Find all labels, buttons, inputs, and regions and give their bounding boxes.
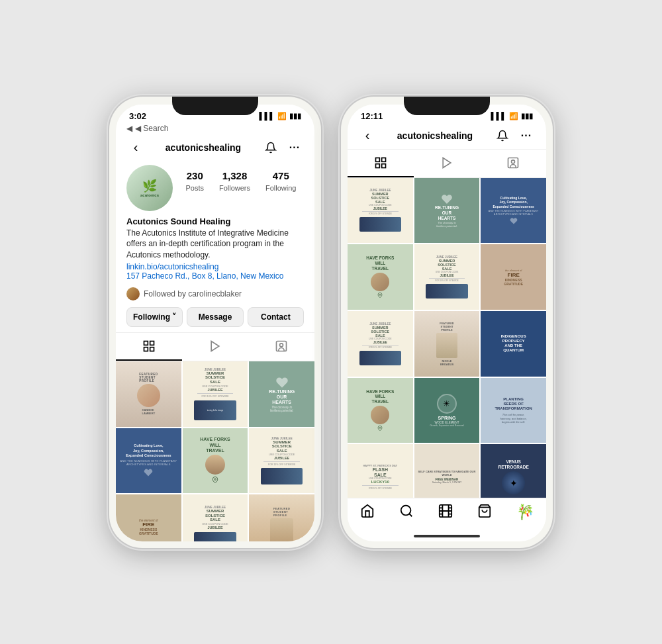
grid-cell-2-2[interactable]: RE-TUNINGOURHEARTS The doorway tolimitle… — [414, 178, 480, 244]
bottom-nav-2: 🎋 — [348, 498, 546, 532]
grid-cell-9[interactable]: FEATUREDSTUDENTPROFILE — [249, 494, 314, 541]
nav-search-2[interactable] — [399, 504, 414, 522]
more-btn-1[interactable]: ··· — [285, 138, 304, 157]
following-btn[interactable]: Following ˅ — [126, 307, 183, 327]
svg-point-20 — [379, 427, 381, 428]
grid-cell-2-7[interactable]: JUNE JUBILEE SUMMERSOLSTICESALE USE COUP… — [348, 311, 413, 377]
svg-rect-0 — [144, 341, 148, 345]
screen-2: 12:11 ▌▌▌ 📶 ▮▮▮ ‹ acutonicshealing ··· — [348, 105, 546, 541]
bio-link-1[interactable]: linkin.bio/acutonicshealing — [126, 262, 304, 271]
stat-posts[interactable]: 230 Posts — [185, 170, 204, 193]
grid-cell-2-14[interactable]: Self Care Strategies to Navigate our Wor… — [414, 444, 480, 497]
grid-cell-2-15[interactable]: VENUSRETROGRADE ✦ — [481, 444, 546, 497]
message-btn[interactable]: Message — [187, 307, 243, 327]
status-icons-2: ▌▌▌ 📶 ▮▮▮ — [491, 112, 533, 120]
more-btn-2[interactable]: ··· — [517, 126, 536, 145]
svg-rect-2 — [144, 347, 148, 351]
grid-cell-2-10[interactable]: HAVE FORKSWILLTRAVEL — [348, 378, 413, 443]
action-buttons-1: Following ˅ Message Contact — [116, 304, 314, 332]
grid-cell-1[interactable]: FEATUREDSTUDENTPROFILE CANDICELAMBERT — [116, 361, 181, 427]
profile-header: ‹ acutonicshealing ··· — [116, 136, 314, 161]
grid-cell-2-6[interactable]: the element of FIRE KINDNESSGRATITUDE — [481, 244, 546, 310]
grid-cell-5[interactable]: HAVE FORKSWILLTRAVEL — [183, 428, 248, 494]
profile-stats-1: 🌿 acutonics 230 Posts 1,328 Followers 47… — [116, 161, 314, 216]
grid-cell-2-9[interactable]: INDIGENOUSPROPHECYAND THEQUANTUM — [481, 311, 546, 377]
tab-reels-2[interactable] — [414, 150, 480, 177]
search-back-icon[interactable]: ◀ — [126, 124, 132, 133]
mini-avatar-1 — [126, 287, 140, 300]
svg-marker-16 — [443, 158, 451, 167]
bell-btn-1[interactable] — [261, 138, 280, 157]
grid-cell-2[interactable]: JUNE JUBILEE SUMMERSOLSTICESALE USE COUP… — [183, 361, 248, 427]
screen-1: 3:02 ▌▌▌ 📶 ▮▮▮ ◀ ◀ Search ‹ acutonicshea… — [116, 105, 314, 541]
followed-by-text-1: Followed by carolinecblaker — [144, 289, 242, 299]
grid-cell-6[interactable]: JUNE JUBILEE SUMMERSOLSTICESALE USE COUP… — [249, 428, 314, 494]
tab-grid-2[interactable] — [348, 150, 414, 177]
profile-bio-1: Acutonics Sound Healing The Acutonics In… — [116, 216, 314, 285]
stats-group-1: 230 Posts 1,328 Followers 475 Following — [178, 165, 304, 193]
tabs-2 — [348, 149, 546, 178]
grid-cell-8[interactable]: JUNE JUBILEE SUMMERSOLSTICESALE USE COUP… — [183, 494, 248, 541]
svg-rect-3 — [150, 347, 154, 351]
grid-cell-2-8[interactable]: FEATUREDSTUDENTPROFILE NICOLEBROADUS — [414, 311, 480, 377]
contact-btn[interactable]: Contact — [248, 307, 304, 327]
tab-grid-1[interactable] — [116, 333, 182, 361]
wifi-icon-1: 📶 — [277, 112, 287, 120]
phone-1: 3:02 ▌▌▌ 📶 ▮▮▮ ◀ ◀ Search ‹ acutonicshea… — [109, 97, 321, 548]
bio-text-1: The Acutonics Institute of Integrative M… — [126, 228, 304, 261]
grid-cell-2-5[interactable]: JUNE JUBILEE SUMMERSOLSTICESALE USE COUP… — [414, 244, 480, 310]
tabs-1 — [116, 332, 314, 361]
stat-followers[interactable]: 1,328 Followers — [219, 170, 250, 193]
svg-point-21 — [401, 505, 410, 515]
svg-rect-12 — [376, 158, 380, 161]
bio-name-1: Acutonics Sound Healing — [126, 216, 304, 226]
profile-username-2: acutonicshealing — [377, 130, 493, 141]
battery-icon-1: ▮▮▮ — [289, 112, 301, 120]
photo-grid-2: JUNE JUBILEE SUMMERSOLSTICESALE USE COUP… — [348, 178, 546, 498]
bio-location-1[interactable]: 157 Pacheco Rd., Box 8, Llano, New Mexic… — [126, 271, 304, 281]
search-bar-1: ◀ ◀ Search — [116, 124, 314, 136]
tab-tagged-2[interactable] — [480, 150, 546, 177]
avatar-1: 🌿 acutonics — [126, 165, 173, 211]
wifi-icon-2: 📶 — [509, 112, 518, 120]
grid-cell-4[interactable]: Cultivating Love,Joy, Compassion,Expande… — [116, 428, 181, 494]
nav-shop-2[interactable] — [477, 504, 492, 522]
nav-reels-2[interactable] — [438, 504, 453, 522]
grid-cell-2-3[interactable]: Cultivating Love,Joy, Compassion,Expande… — [481, 178, 546, 244]
nav-home-2[interactable] — [360, 504, 375, 522]
svg-point-7 — [214, 479, 216, 481]
signal-icon-1: ▌▌▌ — [260, 112, 275, 120]
tab-tagged-1[interactable] — [248, 333, 314, 361]
grid-cell-2-12[interactable]: PLANTINGSEEDS OFTRANSFORMATION This call… — [481, 378, 546, 443]
back-btn-2[interactable]: ‹ — [358, 126, 377, 145]
nav-profile-2[interactable]: 🎋 — [516, 504, 534, 521]
grid-cell-2-4[interactable]: HAVE FORKSWILLTRAVEL — [348, 244, 413, 310]
grid-cell-2-1[interactable]: JUNE JUBILEE SUMMERSOLSTICESALE USE COUP… — [348, 178, 413, 244]
svg-point-6 — [280, 344, 283, 347]
svg-point-18 — [512, 160, 515, 163]
followed-by-1: Followed by carolinecblaker — [116, 285, 314, 304]
back-btn-1[interactable]: ‹ — [126, 138, 145, 157]
profile-username-1: acutonicshealing — [145, 142, 261, 153]
grid-cell-2-11[interactable]: ☀ SPRING WOOD ELEMENT Growth, Expansion … — [414, 378, 480, 443]
home-indicator-2 — [414, 535, 480, 537]
grid-cell-2-13[interactable]: HAPPY ST. PATRICK'S DAY FLASHSALE USE CO… — [348, 444, 413, 497]
stat-following[interactable]: 475 Following — [265, 170, 296, 193]
notch-2 — [404, 97, 490, 115]
tab-reels-1[interactable] — [182, 333, 248, 361]
scrollable-grid-2[interactable]: JUNE JUBILEE SUMMERSOLSTICESALE USE COUP… — [348, 178, 546, 498]
profile-header-2: ‹ acutonicshealing ··· — [348, 124, 546, 149]
svg-rect-14 — [376, 163, 380, 167]
bell-btn-2[interactable] — [493, 126, 512, 145]
svg-rect-13 — [382, 158, 386, 161]
phone-2: 12:11 ▌▌▌ 📶 ▮▮▮ ‹ acutonicshealing ··· — [341, 97, 553, 548]
svg-rect-1 — [150, 341, 154, 345]
grid-cell-7[interactable]: the element of FIRE KINDNESSGRATITUDE — [116, 494, 181, 541]
grid-cell-3[interactable]: RE-TUNINGOURHEARTS The doorway tolimitle… — [249, 361, 314, 427]
svg-marker-4 — [211, 341, 219, 351]
notch-1 — [172, 97, 258, 115]
svg-line-22 — [409, 514, 412, 516]
status-time-2: 12:11 — [361, 111, 383, 121]
search-label[interactable]: ◀ Search — [135, 124, 168, 133]
svg-point-19 — [379, 294, 381, 295]
